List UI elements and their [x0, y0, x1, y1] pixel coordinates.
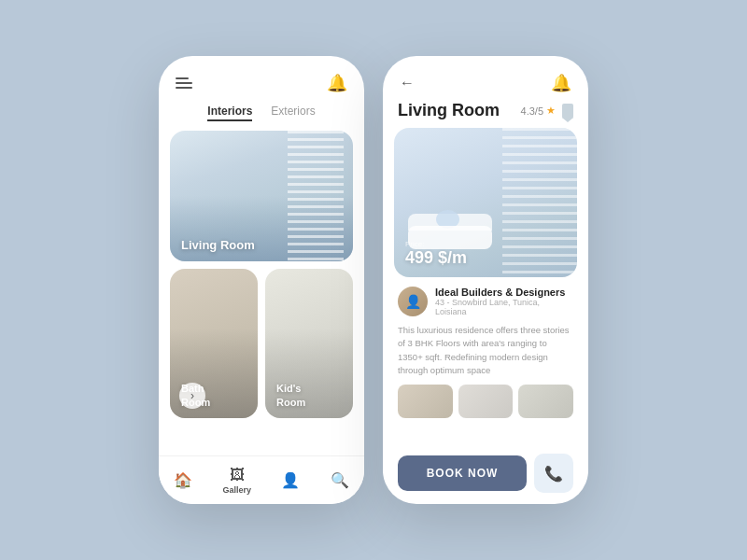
right-phone: ← 🔔 Living Room 4.3/5 ★ Price: 499 $/m 👤… — [383, 56, 588, 504]
tab-exteriors[interactable]: Exteriors — [271, 105, 315, 121]
tab-interiors[interactable]: Interiors — [207, 105, 252, 121]
rating-badge: 4.3/5 ★ — [521, 104, 573, 119]
thumbnail-2[interactable] — [458, 385, 514, 418]
call-button[interactable]: 📞 — [534, 454, 573, 493]
rating-value: 4.3/5 — [521, 105, 543, 117]
price-overlay: Price: 499 $/m — [405, 240, 467, 268]
room-title: Living Room — [398, 101, 500, 120]
gallery-icon: 🖼 — [230, 467, 245, 483]
builder-avatar: 👤 — [398, 287, 428, 316]
action-row: BOOK NOW 📞 — [398, 454, 573, 493]
arrow-button[interactable]: › — [179, 383, 205, 409]
book-now-button[interactable]: BOOK NOW — [398, 455, 527, 491]
description: This luxurious residence offers three st… — [383, 320, 588, 385]
builder-name: Ideal Builders & Designers — [435, 287, 573, 298]
bookmark-icon[interactable] — [562, 104, 573, 119]
bell-icon[interactable]: 🔔 — [327, 73, 347, 93]
right-bell-icon[interactable]: 🔔 — [551, 73, 571, 93]
right-header: ← 🔔 — [383, 56, 588, 101]
profile-icon: 👤 — [281, 471, 300, 489]
back-button[interactable]: ← — [400, 75, 415, 91]
builder-info: Ideal Builders & Designers 43 - Snowbird… — [435, 287, 573, 316]
tabs: Interiors Exteriors — [159, 101, 364, 131]
builder-row: 👤 Ideal Builders & Designers 43 - Snowbi… — [383, 277, 588, 320]
thumbnail-1[interactable] — [398, 385, 453, 418]
kidsroom-card[interactable]: Kid'sRoom — [265, 269, 353, 418]
room-title-row: Living Room 4.3/5 ★ — [383, 101, 588, 128]
nav-gallery[interactable]: 🖼 Gallery — [223, 467, 252, 495]
gallery-label: Gallery — [223, 485, 252, 495]
bottom-nav: 🏠 🖼 Gallery 👤 🔍 — [159, 455, 364, 504]
small-cards-row: BathRoom › Kid'sRoom — [170, 269, 353, 418]
main-card-label: Living Room — [181, 238, 255, 252]
thumbnail-row — [383, 385, 588, 427]
home-icon: 🏠 — [174, 471, 192, 489]
bathroom-card[interactable]: BathRoom › — [170, 269, 258, 418]
star-icon: ★ — [546, 105, 556, 117]
phone-icon: 📞 — [544, 465, 563, 483]
kidsroom-label: Kid'sRoom — [276, 382, 305, 409]
main-card-living[interactable]: Living Room — [170, 131, 353, 261]
builder-address: 43 - Snowbird Lane, Tunica, Loisiana — [435, 298, 573, 316]
left-phone: 🔔 Interiors Exteriors Living Room BathRo… — [159, 56, 364, 504]
thumbnail-3[interactable] — [518, 385, 573, 418]
nav-search[interactable]: 🔍 — [331, 471, 349, 489]
price-label: Price: — [405, 240, 467, 248]
left-header: 🔔 — [159, 56, 364, 101]
menu-icon[interactable] — [176, 77, 192, 89]
nav-profile[interactable]: 👤 — [281, 471, 300, 489]
price-value: 499 $/m — [405, 248, 467, 267]
hero-image: Price: 499 $/m — [394, 128, 577, 277]
nav-home[interactable]: 🏠 — [174, 471, 192, 489]
search-icon: 🔍 — [331, 471, 349, 489]
